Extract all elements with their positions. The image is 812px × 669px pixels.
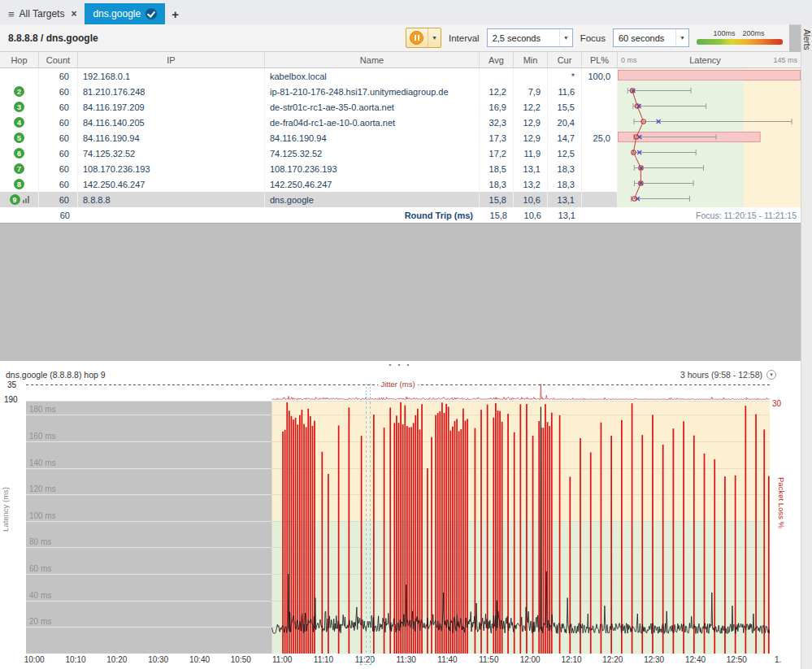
header-count[interactable]: Count [39, 52, 78, 67]
summary-row: 60 Round Trip (ms) 15,8 10,6 13,1 Focus:… [0, 207, 801, 224]
cur-cell: * [548, 68, 582, 84]
chevron-down-icon[interactable]: ▾ [766, 370, 776, 380]
name-cell: de-fra04d-rc1-ae-10-0.aorta.net [265, 115, 480, 130]
focus-label: Focus [580, 33, 606, 43]
min-cell: 7,9 [514, 84, 548, 99]
table-row[interactable]: 46084.116.140.205de-fra04d-rc1-ae-10-0.a… [0, 115, 801, 130]
x-tick-label: 12:40 [685, 655, 706, 664]
table-row[interactable]: 26081.210.176.248ip-81-210-176-248.hsi17… [0, 84, 801, 99]
ip-cell: 142.250.46.247 [78, 176, 265, 192]
tab-dns-google[interactable]: dns.google [85, 3, 165, 24]
jitter-canvas[interactable] [26, 384, 770, 400]
hop-cell: 4 [0, 115, 39, 130]
hop-cell: 3 [0, 99, 39, 115]
table-row[interactable]: 36084.116.197.209de-str01c-rc1-ae-35-0.a… [0, 99, 801, 115]
interval-value: 2,5 seconds [488, 33, 559, 43]
tab-all-targets[interactable]: ≡ All Targets × [0, 3, 85, 24]
min-cell: 12,9 [514, 115, 548, 130]
latency-graph-cell [618, 176, 801, 192]
focus-range-label: Focus: 11:20:15 - 11:21:15 [618, 207, 801, 223]
hop-rows: 60192.168.0.1kabelbox.local*100,026081.2… [0, 68, 801, 207]
x-tick-label: 12:00 [520, 655, 541, 664]
name-cell: dns.google [265, 192, 480, 207]
packet-loss-cell: 25,0 [582, 130, 618, 146]
name-cell: 74.125.32.52 [265, 146, 480, 161]
cur-cell: 18,3 [548, 176, 582, 192]
header-cur[interactable]: Cur [548, 52, 582, 67]
splitter-handle[interactable]: • • • [0, 361, 801, 368]
table-row[interactable]: 56084.116.190.9484.116.190.9417,312,914,… [0, 130, 801, 146]
table-row[interactable]: 9608.8.8.8dns.google15,810,613,1 [0, 192, 801, 207]
header-latency[interactable]: 0 ms Latency 145 ms [618, 52, 801, 67]
x-tick-label: 10:40 [189, 655, 210, 664]
jitter-axis-max: 35 [7, 381, 16, 389]
avg-cell: 18,3 [480, 176, 514, 192]
count-cell: 60 [39, 84, 78, 99]
target-title: 8.8.8.8 / dns.google [8, 33, 98, 44]
hop-number-badge: 9 [10, 194, 20, 205]
table-header-row: Hop Count IP Name Avg Min Cur PL% 0 ms L… [0, 52, 801, 68]
x-tick-label: 11:40 [437, 655, 457, 664]
interval-select[interactable]: 2,5 seconds ▾ [487, 28, 573, 47]
count-cell: 60 [39, 146, 78, 161]
header-avg[interactable]: Avg [480, 52, 514, 67]
legend-100ms-label: 100ms [713, 29, 735, 37]
hop-cell: 6 [0, 146, 39, 161]
menu-icon[interactable]: ≡ [8, 8, 15, 20]
time-range-selector[interactable]: 3 hours (9:58 - 12:58) ▾ [680, 370, 776, 380]
latency-scale-legend: 100ms 200ms [697, 29, 783, 47]
header-min[interactable]: Min [514, 52, 548, 67]
ip-cell: 74.125.32.52 [78, 146, 265, 161]
x-tick-label: 10:30 [148, 655, 168, 664]
pause-button[interactable]: ▾ [406, 28, 441, 48]
hop-cell: 9 [0, 192, 39, 207]
min-cell: 12,2 [514, 99, 548, 115]
table-row[interactable]: 860142.250.46.247142.250.46.24718,313,21… [0, 176, 801, 192]
packet-loss-cell [582, 192, 618, 207]
hop-number-badge: 5 [14, 132, 24, 143]
round-trip-label: Round Trip (ms) [265, 207, 480, 223]
avg-cell: 15,8 [480, 192, 514, 207]
tab-all-targets-label: All Targets [20, 8, 65, 20]
latency-axis-title: Latency (ms) [1, 487, 10, 532]
new-target-tab-button[interactable]: + [165, 3, 185, 24]
header-hop[interactable]: Hop [0, 52, 39, 67]
count-cell: 60 [39, 176, 78, 192]
avg-cell: 12,2 [480, 84, 514, 99]
hop-table: Hop Count IP Name Avg Min Cur PL% 0 ms L… [0, 52, 801, 224]
cur-cell: 13,1 [548, 192, 582, 207]
hop-cell: 2 [0, 84, 39, 99]
alerts-label: Alerts [802, 29, 811, 50]
cur-cell: 15,5 [548, 99, 582, 115]
x-tick-label: 11:30 [397, 655, 416, 664]
count-cell: 60 [39, 99, 78, 115]
latency-timeline-canvas[interactable] [26, 401, 770, 654]
table-row[interactable]: 760108.170.236.193108.170.236.19318,513,… [0, 161, 801, 176]
latency-graph-cell [618, 192, 801, 207]
name-cell: 84.116.190.94 [265, 130, 480, 146]
timeline-plot: 35 190 30 Jitter (ms) Latency (ms) Packe… [0, 381, 801, 669]
hop-number-badge: 6 [14, 148, 24, 159]
header-pl[interactable]: PL% [582, 52, 618, 67]
pause-dropdown-arrow[interactable]: ▾ [428, 28, 441, 47]
packet-loss-cell [582, 161, 618, 176]
focus-select[interactable]: 60 seconds ▾ [613, 28, 689, 47]
hop-cell: 8 [0, 176, 39, 192]
table-row[interactable]: 60192.168.0.1kabelbox.local*100,0 [0, 68, 801, 84]
chevron-down-icon: ▾ [675, 29, 688, 46]
header-ip[interactable]: IP [78, 52, 265, 67]
close-tab-icon[interactable]: × [71, 8, 76, 20]
hop-cell: 5 [0, 130, 39, 146]
header-name[interactable]: Name [265, 52, 480, 67]
alerts-side-tab[interactable]: Alerts [801, 24, 812, 669]
x-tick-label: 12:30 [644, 655, 664, 664]
focus-selection-marker[interactable] [360, 656, 371, 665]
avg-cell: 18,5 [480, 161, 514, 176]
packet-loss-cell [582, 146, 618, 161]
tab-check-icon [145, 8, 157, 20]
tab-dns-google-label: dns.google [93, 8, 141, 20]
table-row[interactable]: 66074.125.32.5274.125.32.5217,211,912,5 [0, 146, 801, 161]
focus-value: 60 seconds [614, 33, 675, 43]
x-tick-label: 10:50 [231, 655, 251, 664]
cur-cell: 18,3 [548, 161, 582, 176]
